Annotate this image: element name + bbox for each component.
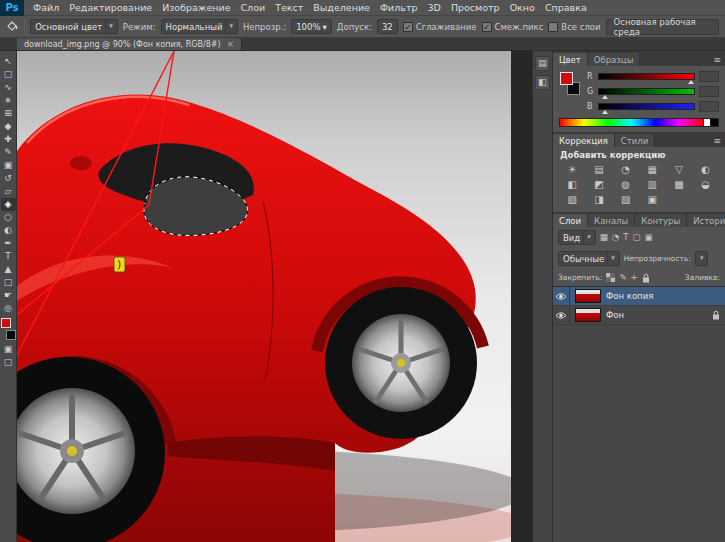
tab-channels[interactable]: Каналы [588, 214, 635, 227]
menu-view[interactable]: Просмотр [446, 0, 505, 16]
menu-select[interactable]: Выделение [308, 0, 375, 16]
visibility-cell[interactable] [553, 287, 570, 305]
fill-source-dropdown[interactable]: Основной цвет ▾ [30, 19, 118, 34]
adjustment-selective-color-icon[interactable]: ▨ [612, 193, 639, 207]
tab-styles[interactable]: Стили [615, 134, 655, 147]
layer-name[interactable]: Фон [606, 310, 707, 320]
adjustment-black-white-icon[interactable]: ◩ [586, 178, 613, 192]
crop-tool[interactable]: ⊞ [1, 107, 16, 120]
antialias-checkbox[interactable]: ✓ [403, 22, 413, 32]
blue-value-field[interactable] [699, 101, 719, 112]
adjustment-color-balance-icon[interactable]: ◧ [559, 178, 586, 192]
layer-thumbnail[interactable] [575, 289, 601, 303]
eraser-tool[interactable]: ▱ [1, 185, 16, 198]
lock-all-icon[interactable] [642, 273, 650, 283]
layer-thumbnail[interactable] [575, 308, 601, 322]
lock-position-icon[interactable]: + [631, 272, 638, 283]
menu-edit[interactable]: Редактирование [64, 0, 157, 16]
panel-menu-icon[interactable]: ≡ [709, 55, 725, 66]
green-value-field[interactable] [699, 86, 719, 97]
shape-tool[interactable]: □ [1, 276, 16, 289]
clone-stamp-tool[interactable]: ▣ [1, 159, 16, 172]
filter-type-layers-icon[interactable]: T [623, 232, 628, 243]
lasso-tool[interactable]: ∿ [1, 81, 16, 94]
tab-adjustments[interactable]: Коррекция [553, 134, 615, 147]
adjustment-curves-icon[interactable]: ◔ [612, 163, 639, 177]
tab-history[interactable]: История [687, 214, 725, 227]
collapsed-panel-button-1[interactable]: ▤ [535, 56, 550, 71]
adjustment-invert-icon[interactable]: ◒ [692, 178, 719, 192]
collapsed-panel-button-2[interactable]: ◧ [535, 75, 550, 90]
type-tool[interactable]: T [1, 250, 16, 263]
adjustment-photo-filter-icon[interactable]: ◍ [612, 178, 639, 192]
layer-name[interactable]: Фон копия [606, 291, 725, 301]
spectrum-white-swatch[interactable] [704, 118, 711, 127]
filter-smart-objects-icon[interactable]: ▣ [644, 232, 652, 243]
panel-color-swatches[interactable] [559, 71, 581, 95]
filter-adjustment-layers-icon[interactable]: ◔ [612, 232, 619, 243]
all-layers-checkbox[interactable] [548, 22, 558, 32]
layer-blend-mode-dropdown[interactable]: Обычные ▾ [558, 251, 620, 266]
move-tool[interactable]: ↖ [1, 55, 16, 68]
visibility-cell[interactable] [553, 306, 570, 324]
magic-wand-tool[interactable]: ∗ [1, 94, 16, 107]
marquee-tool[interactable]: ▢ [1, 68, 16, 81]
contiguous-checkbox[interactable]: ✓ [482, 22, 492, 32]
layer-filter-dropdown[interactable]: Вид ▾ [558, 230, 596, 245]
menu-file[interactable]: Файл [28, 0, 64, 16]
dodge-tool[interactable]: ◐ [1, 224, 16, 237]
pen-tool[interactable]: ✒ [1, 237, 16, 250]
filter-pixel-layers-icon[interactable]: ▦ [600, 232, 608, 243]
antialias-checkbox-group[interactable]: ✓ Сглаживание [403, 22, 477, 32]
layer-row-fon[interactable]: Фон [553, 306, 725, 325]
menu-help[interactable]: Справка [540, 0, 592, 16]
tab-paths[interactable]: Контуры [635, 214, 687, 227]
adjustment-threshold-icon[interactable]: ◨ [586, 193, 613, 207]
lock-transparency-icon[interactable] [606, 273, 615, 282]
panel-menu-icon[interactable]: ≡ [709, 136, 725, 147]
color-spectrum-ramp[interactable] [559, 118, 704, 127]
brush-tool[interactable]: ✎ [1, 146, 16, 159]
adjustment-gradient-map-icon[interactable]: ▣ [639, 193, 666, 207]
foreground-color-swatch[interactable] [1, 318, 11, 328]
lock-image-icon[interactable]: ✎ [619, 272, 626, 283]
adjustment-exposure-icon[interactable]: ▦ [639, 163, 666, 177]
adjustment-hue-saturation-icon[interactable]: ◐ [692, 163, 719, 177]
screen-mode-button[interactable]: ▢ [1, 356, 16, 369]
history-brush-tool[interactable]: ↺ [1, 172, 16, 185]
path-selection-tool[interactable]: ▲ [1, 263, 16, 276]
paint-bucket-tool[interactable]: ◈ [1, 198, 16, 211]
tolerance-input[interactable]: 32 [377, 19, 398, 34]
adjustment-color-lookup-icon[interactable]: ▩ [666, 178, 693, 192]
green-slider[interactable] [598, 88, 695, 95]
all-layers-checkbox-group[interactable]: Все слои [548, 22, 600, 32]
menu-image[interactable]: Изображение [157, 0, 235, 16]
layer-opacity-dropdown[interactable]: ▾ [695, 251, 709, 266]
color-swatches[interactable] [1, 318, 16, 340]
workspace-switcher-button[interactable]: Основная рабочая среда [606, 19, 719, 35]
red-slider[interactable] [598, 73, 695, 80]
red-value-field[interactable] [699, 71, 719, 82]
canvas-area[interactable] [17, 51, 532, 542]
hand-tool[interactable]: ☛ [1, 289, 16, 302]
close-tab-icon[interactable]: × [227, 39, 235, 49]
contiguous-checkbox-group[interactable]: ✓ Смеж.пикс [482, 22, 544, 32]
background-color-swatch[interactable] [6, 330, 16, 340]
blend-mode-dropdown[interactable]: Нормальный ▾ [161, 19, 238, 34]
tab-layers[interactable]: Слои [553, 214, 588, 227]
menu-window[interactable]: Окно [505, 0, 540, 16]
zoom-tool[interactable]: ◎ [1, 302, 16, 315]
adjustment-posterize-icon[interactable]: ▧ [559, 193, 586, 207]
eyedropper-tool[interactable]: ◆ [1, 120, 16, 133]
layer-row-fon-kopiya[interactable]: Фон копия [553, 287, 725, 306]
adjustment-brightness-contrast-icon[interactable]: ☀ [559, 163, 586, 177]
quick-mask-button[interactable]: ▣ [1, 343, 16, 356]
spectrum-black-swatch[interactable] [711, 118, 719, 127]
document-image[interactable] [17, 51, 511, 542]
menu-type[interactable]: Текст [270, 0, 308, 16]
tab-swatches[interactable]: Образцы [588, 53, 641, 66]
tab-color[interactable]: Цвет [553, 53, 588, 66]
blur-tool[interactable]: ○ [1, 211, 16, 224]
menu-filter[interactable]: Фильтр [375, 0, 423, 16]
document-tab[interactable]: download_img.png @ 90% (Фон копия, RGB/8… [17, 38, 242, 50]
